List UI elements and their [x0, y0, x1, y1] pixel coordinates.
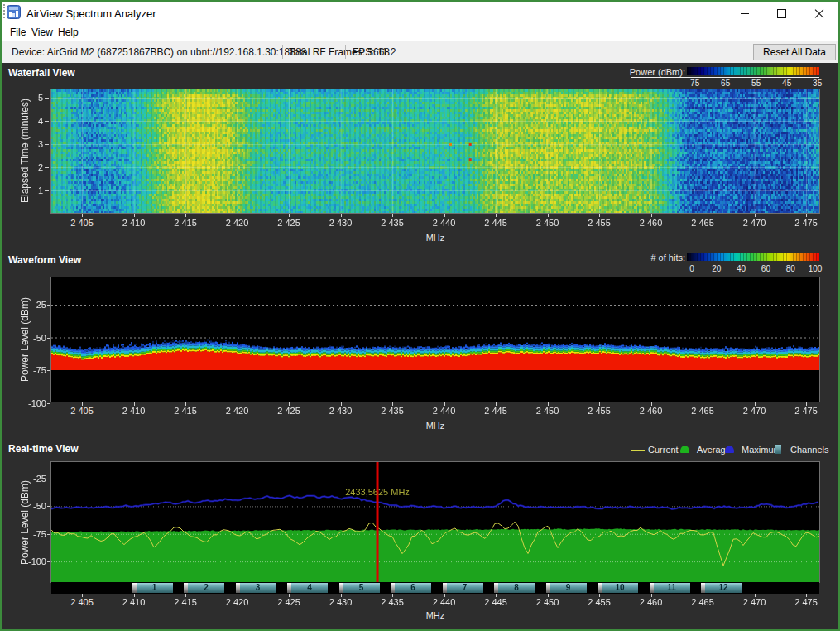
hits-legend-gradient [687, 253, 819, 261]
y-tick-label: -100 [18, 398, 46, 408]
channel-block: 7 [447, 583, 483, 593]
y-tick-label: -25 [18, 474, 46, 484]
device-status-label: Device: AirGrid M2 (687251867BBC) on ubn… [12, 46, 306, 58]
power-legend-gradient [687, 67, 819, 75]
x-tick-label: 2 420 [218, 218, 257, 228]
channel-bar: 123456789101112 [51, 582, 819, 594]
x-tick-label: 2 440 [425, 406, 464, 416]
x-tick-mark [289, 214, 290, 217]
menu-bar: File View Help [2, 22, 838, 41]
x-tick-mark [289, 402, 290, 406]
x-tick-mark [548, 214, 549, 217]
x-tick-label: 2 460 [631, 218, 671, 228]
x-tick-label: 2 465 [683, 597, 722, 607]
x-tick-label: 2 405 [62, 406, 102, 416]
x-tick-mark [238, 214, 238, 217]
power-legend-tick: -35 [804, 79, 828, 88]
x-tick-label: 2 410 [114, 406, 154, 416]
x-tick-label: 2 415 [166, 406, 205, 416]
x-tick-label: 2 415 [166, 597, 205, 607]
y-tick-mark [45, 144, 49, 145]
x-tick-label: 2 405 [62, 218, 102, 228]
y-tick-label: 2 [15, 162, 43, 172]
y-tick-mark [47, 403, 50, 404]
waveform-section-title: Waveform View [8, 254, 81, 266]
y-tick-mark [45, 98, 49, 99]
x-tick-mark [444, 402, 445, 406]
close-button[interactable] [800, 3, 838, 24]
y-tick-mark [47, 506, 50, 507]
x-tick-label: 2 420 [218, 406, 257, 416]
app-icon [7, 5, 21, 19]
y-tick-label: 4 [15, 116, 43, 126]
x-tick-mark [651, 594, 652, 597]
title-bar[interactable]: AirView Spectrum Analyzer [2, 2, 838, 22]
close-icon [814, 9, 824, 19]
x-tick-mark [341, 214, 342, 217]
channel-block: 11 [654, 583, 690, 593]
minimize-button[interactable] [726, 3, 763, 24]
x-tick-mark [651, 402, 652, 406]
x-tick-label: 2 470 [735, 218, 775, 228]
x-tick-mark [392, 594, 393, 597]
x-tick-mark [599, 402, 600, 406]
x-tick-mark [703, 214, 703, 217]
x-tick-mark [496, 594, 497, 597]
x-tick-label: 2 475 [786, 218, 826, 228]
x-tick-label: 2 445 [476, 218, 516, 228]
hits-legend-tick: 20 [704, 264, 729, 273]
waveform-canvas [51, 277, 819, 402]
legend-item-label: Channels [790, 445, 828, 455]
maximize-button[interactable] [763, 3, 800, 24]
x-tick-mark [185, 402, 186, 406]
x-tick-mark [651, 214, 652, 217]
x-tick-label: 2 435 [372, 597, 412, 607]
y-tick-label: 3 [15, 139, 43, 149]
hits-legend-tick: 60 [753, 264, 778, 273]
legend-square-swatch [775, 445, 781, 454]
x-tick-label: 2 410 [114, 218, 154, 228]
x-tick-mark [599, 214, 600, 217]
x-tick-label: 2 435 [372, 218, 412, 228]
minimize-icon [741, 13, 749, 14]
y-tick-label: -75 [18, 365, 46, 375]
x-tick-mark [496, 402, 497, 406]
hits-legend-tick: 80 [778, 264, 803, 273]
x-tick-label: 2 475 [786, 406, 826, 416]
y-tick-mark [47, 370, 50, 371]
hits-legend-label: # of hits: [612, 253, 685, 263]
x-tick-mark [806, 402, 807, 406]
y-tick-label: -50 [18, 501, 46, 511]
x-tick-mark [496, 214, 497, 217]
y-tick-mark [45, 167, 49, 168]
x-tick-mark [341, 402, 342, 406]
reset-all-data-button[interactable]: Reset All Data [753, 44, 836, 60]
channel-block: 10 [602, 583, 638, 593]
x-tick-label: 2 430 [321, 597, 361, 607]
x-tick-label: 2 445 [476, 597, 516, 607]
window-title: AirView Spectrum Analyzer [26, 7, 156, 20]
y-tick-mark [47, 561, 50, 562]
x-tick-label: 2 455 [579, 406, 619, 416]
channel-block: 6 [395, 583, 431, 593]
x-tick-mark [392, 214, 393, 217]
power-legend-tick: -75 [681, 79, 706, 88]
menu-item-view[interactable]: View [28, 25, 56, 40]
menu-item-file[interactable]: File [7, 25, 29, 40]
power-legend-tick: -55 [742, 79, 767, 88]
x-tick-mark [134, 214, 135, 217]
power-legend-tick: -65 [712, 79, 737, 88]
app-window: { "window": { "title": "AirView Spectrum… [0, 0, 840, 631]
x-tick-mark [134, 402, 135, 406]
x-tick-mark [238, 402, 238, 406]
toolbar-grip[interactable] [3, 4, 7, 18]
x-tick-mark [599, 594, 600, 597]
legend-line-swatch [631, 450, 645, 451]
realtime-canvas[interactable] [51, 462, 819, 582]
hits-legend-tick: 0 [679, 264, 704, 273]
x-tick-label: 2 425 [269, 406, 309, 416]
x-tick-label: 2 425 [269, 218, 309, 228]
x-tick-mark [134, 594, 135, 597]
menu-item-help[interactable]: Help [55, 25, 82, 40]
y-tick-label: 5 [15, 93, 43, 103]
